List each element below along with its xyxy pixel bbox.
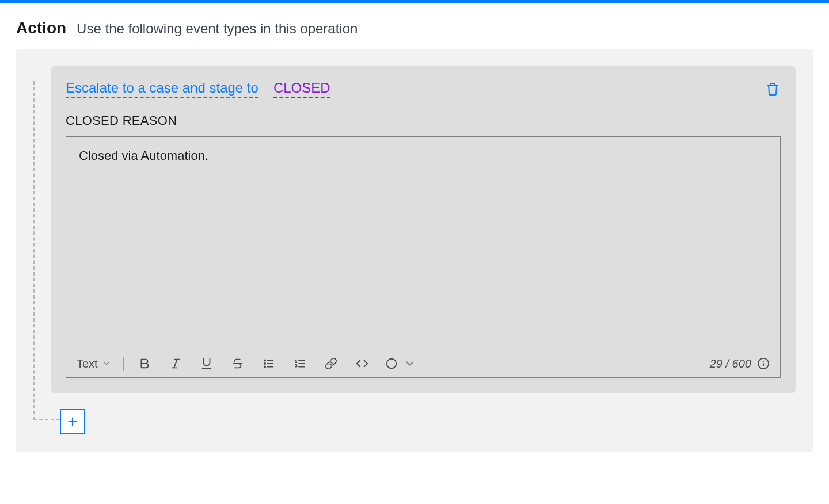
strikethrough-icon: [231, 357, 244, 370]
char-counter: 29 / 600: [710, 357, 751, 371]
number-list-button[interactable]: [292, 356, 308, 372]
editor-box: Closed via Automation. Text: [66, 136, 781, 378]
editor-toolbar: Text: [66, 352, 780, 377]
chevron-down-icon: [404, 357, 416, 370]
circle-icon: [385, 357, 398, 370]
action-panel: Escalate to a case and stage to CLOSED C…: [16, 49, 813, 452]
underline-icon: [200, 357, 213, 370]
link-icon: [325, 357, 337, 370]
svg-line-2: [174, 360, 177, 368]
chevron-down-icon: [102, 360, 111, 368]
bold-icon: [138, 357, 151, 370]
link-button[interactable]: [323, 356, 339, 372]
plus-icon: [66, 415, 79, 428]
underline-button[interactable]: [199, 356, 215, 372]
char-counter-info[interactable]: [757, 357, 770, 370]
escalate-action-select[interactable]: Escalate to a case and stage to: [66, 80, 258, 98]
code-icon: [356, 357, 368, 370]
closed-reason-textarea[interactable]: Closed via Automation.: [66, 137, 780, 352]
bullet-list-icon: [263, 357, 275, 370]
action-card: Escalate to a case and stage to CLOSED C…: [51, 66, 796, 393]
trash-icon: [766, 82, 779, 96]
format-group: [136, 356, 416, 372]
toolbar-left: Text: [77, 356, 416, 372]
action-card-title: Escalate to a case and stage to CLOSED: [66, 80, 330, 98]
closed-reason-label: CLOSED REASON: [66, 113, 781, 128]
svg-point-8: [264, 360, 265, 361]
svg-point-10: [264, 366, 265, 367]
svg-point-9: [264, 363, 265, 364]
format-dropdown-label: Text: [77, 357, 98, 371]
action-card-header: Escalate to a case and stage to CLOSED: [66, 80, 781, 98]
record-button[interactable]: [385, 356, 416, 372]
bold-button[interactable]: [136, 356, 153, 372]
italic-icon: [169, 357, 182, 370]
delete-action-button[interactable]: [765, 81, 781, 97]
action-header: Action Use the following event types in …: [16, 19, 813, 37]
toolbar-right: 29 / 600: [710, 357, 770, 371]
workflow-connector-horizontal: [33, 419, 60, 420]
header-subtitle: Use the following event types in this op…: [77, 21, 358, 37]
header-title: Action: [16, 19, 66, 37]
page-container: Action Use the following event types in …: [0, 3, 829, 475]
toolbar-divider: [123, 357, 124, 371]
bottom-row: [33, 409, 796, 434]
code-button[interactable]: [354, 356, 370, 372]
stage-value-select[interactable]: CLOSED: [273, 80, 330, 98]
add-action-button[interactable]: [60, 409, 85, 434]
svg-point-14: [386, 359, 396, 369]
workflow-connector-vertical: [33, 81, 35, 420]
number-list-icon: [294, 357, 306, 370]
italic-button[interactable]: [168, 356, 184, 372]
strikethrough-button[interactable]: [230, 356, 246, 372]
format-dropdown[interactable]: Text: [77, 357, 111, 371]
info-icon: [757, 357, 770, 370]
bullet-list-button[interactable]: [261, 356, 277, 372]
